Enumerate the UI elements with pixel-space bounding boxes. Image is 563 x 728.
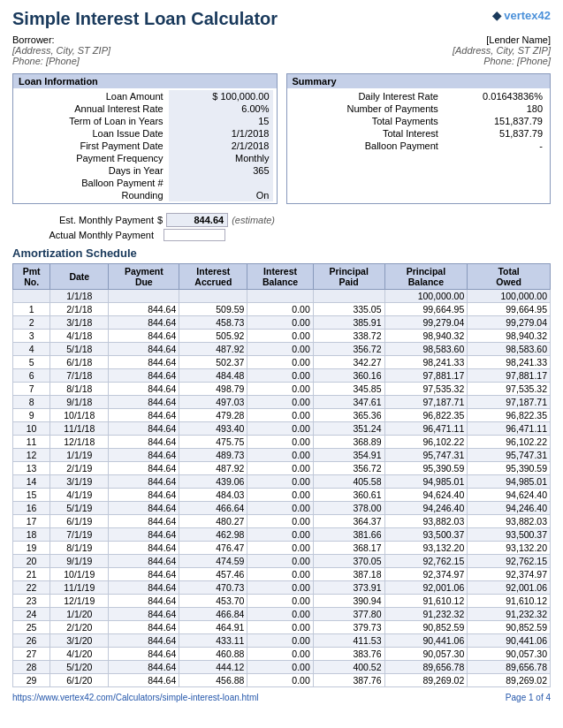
amort-cell: 0.00	[247, 475, 313, 489]
amort-cell: 0.00	[247, 356, 313, 369]
amort-cell: 844.64	[109, 436, 179, 449]
amort-cell: 90,441.06	[384, 634, 468, 648]
amort-cell: 4/1/20	[50, 648, 109, 661]
amort-cell: 400.52	[313, 661, 384, 674]
amort-cell: 2	[13, 316, 50, 330]
amort-row: 910/1/18844.64479.280.00365.3696,822.359…	[13, 409, 551, 422]
amort-cell: 370.05	[313, 555, 384, 568]
amort-cell: 94,246.40	[384, 502, 468, 515]
amort-cell: 0.00	[247, 581, 313, 595]
amort-cell: 95,747.31	[468, 449, 551, 462]
amort-cell: 509.59	[179, 303, 247, 316]
amort-cell	[109, 290, 179, 303]
amort-cell: 99,664.95	[384, 303, 468, 316]
loan-info-row: Balloon Payment #	[17, 177, 273, 189]
amort-cell: 97,187.71	[468, 396, 551, 409]
amort-cell: 92,001.06	[468, 581, 551, 595]
amort-cell: 354.91	[313, 449, 384, 462]
amort-cell: 94,985.01	[384, 475, 468, 489]
amort-cell: 18	[13, 528, 50, 542]
actual-payment-input[interactable]	[164, 229, 225, 241]
amort-row: 67/1/18844.64484.480.00360.1697,881.1797…	[13, 369, 551, 383]
amort-cell	[247, 290, 313, 303]
loan-info-row: Term of Loan in Years15	[17, 115, 273, 127]
amort-cell: 844.64	[109, 661, 179, 674]
amort-row: 12/1/18844.64509.590.00335.0599,664.9599…	[13, 303, 551, 316]
page-title: Simple Interest Loan Calculator	[12, 9, 278, 29]
footer-url[interactable]: https://www.vertex42.com/Calculators/sim…	[12, 693, 258, 702]
loan-info-row: Loan Amount$ 100,000.00	[17, 90, 273, 102]
dollar-sign: $	[157, 215, 163, 225]
summary-row: Total Interest51,837.79	[291, 127, 547, 140]
amort-row: 198/1/19844.64476.470.00368.1793,132.209…	[13, 542, 551, 555]
amort-cell: 470.73	[179, 581, 247, 595]
amort-cell: 844.64	[109, 356, 179, 369]
amort-row: 1112/1/18844.64475.750.00368.8996,102.22…	[13, 436, 551, 449]
amort-cell: 385.91	[313, 316, 384, 330]
loan-info-row: Loan Issue Date1/1/2018	[17, 127, 273, 140]
amort-cell: 89,269.02	[468, 674, 551, 687]
amort-cell: 368.17	[313, 542, 384, 555]
amort-cell: 100,000.00	[384, 290, 468, 303]
summary-field-label: Balloon Payment	[291, 140, 444, 152]
est-payment-label: Est. Monthly Payment	[12, 215, 154, 225]
amort-row: 143/1/19844.64439.060.00405.5894,985.019…	[13, 475, 551, 489]
amort-cell: 91,610.12	[384, 595, 468, 608]
amort-cell: 3/1/18	[50, 316, 109, 330]
summary-box: Summary Daily Interest Rate0.01643836%Nu…	[286, 73, 552, 204]
amort-cell: 98,583.60	[468, 343, 551, 356]
summary-header: Summary	[287, 74, 551, 88]
loan-field-value: $ 100,000.00	[169, 90, 273, 102]
amort-cell	[179, 290, 247, 303]
amort-cell: 90,852.59	[468, 621, 551, 634]
amort-col-header: Date	[50, 264, 109, 290]
amort-row: 165/1/19844.64466.640.00378.0094,246.409…	[13, 502, 551, 515]
amort-cell: 8/1/19	[50, 542, 109, 555]
amort-cell: 97,535.32	[468, 383, 551, 396]
loan-info-box: Loan Information Loan Amount$ 100,000.00…	[12, 73, 278, 204]
amort-cell: 0.00	[247, 422, 313, 436]
logo: ◆ vertex42	[492, 9, 551, 22]
amort-cell: 93,132.20	[468, 542, 551, 555]
amort-cell: 2/1/19	[50, 462, 109, 475]
borrower-phone: Phone: [Phone]	[12, 56, 270, 66]
amort-cell: 0.00	[247, 568, 313, 581]
amort-cell: 11/1/18	[50, 422, 109, 436]
loan-info-header: Loan Information	[13, 74, 277, 88]
amort-cell: 7	[13, 383, 50, 396]
amort-cell: 487.92	[179, 343, 247, 356]
amort-cell: 29	[13, 674, 50, 687]
amort-cell: 26	[13, 634, 50, 648]
amort-cell: 97,881.17	[384, 369, 468, 383]
loan-field-label: Loan Amount	[17, 90, 169, 102]
amort-cell: 487.92	[179, 462, 247, 475]
amort-cell: 844.64	[109, 409, 179, 422]
loan-info-row: Payment FrequencyMonthly	[17, 152, 273, 164]
amort-cell: 356.72	[313, 343, 384, 356]
amort-cell: 379.73	[313, 621, 384, 634]
lender-address: [Address, City, ST ZIP]	[293, 45, 551, 56]
amort-cell: 484.03	[179, 489, 247, 502]
amort-row: 78/1/18844.64498.790.00345.8597,535.3297…	[13, 383, 551, 396]
amort-cell: 1	[13, 303, 50, 316]
amort-cell: 94,985.01	[468, 475, 551, 489]
amort-cell: 6/1/19	[50, 515, 109, 528]
loan-field-value: 6.00%	[169, 102, 273, 115]
loan-info-row: Days in Year365	[17, 164, 273, 177]
amort-row: 274/1/20844.64460.880.00383.7690,057.309…	[13, 648, 551, 661]
amort-cell: 12/1/18	[50, 436, 109, 449]
payment-section: Est. Monthly Payment $ 844.64 (estimate)…	[12, 213, 551, 241]
amort-cell: 439.06	[179, 475, 247, 489]
amort-cell: 93,132.20	[384, 542, 468, 555]
amort-cell: 12	[13, 449, 50, 462]
summary-field-value: -	[444, 140, 546, 152]
loan-field-label: Payment Frequency	[17, 152, 169, 164]
amort-cell: 97,881.17	[468, 369, 551, 383]
amort-row: 209/1/19844.64474.590.00370.0592,762.159…	[13, 555, 551, 568]
amort-row: 2110/1/19844.64457.460.00387.1892,374.97…	[13, 568, 551, 581]
amort-row: 132/1/19844.64487.920.00356.7295,390.599…	[13, 462, 551, 475]
amort-cell: 458.73	[179, 316, 247, 330]
amort-cell: 360.16	[313, 369, 384, 383]
amort-cell: 3	[13, 330, 50, 343]
amort-cell: 16	[13, 502, 50, 515]
